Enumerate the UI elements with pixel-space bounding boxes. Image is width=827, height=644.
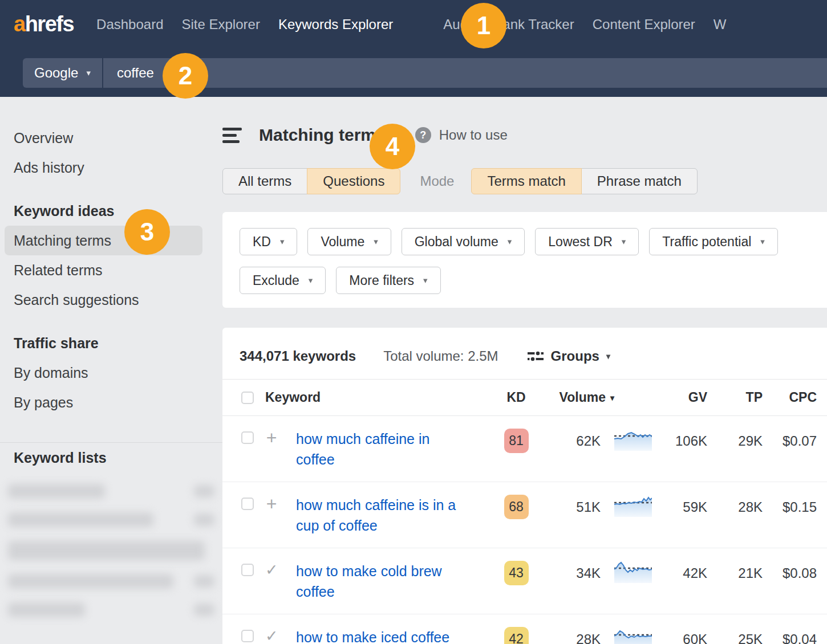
keyword-search-input[interactable]: coffee	[103, 58, 827, 88]
total-volume: Total volume: 2.5M	[383, 348, 498, 364]
volume-value: 28K	[576, 631, 601, 644]
tab-all-terms[interactable]: All terms	[222, 168, 307, 194]
keyword-link[interactable]: how much caffeine in coffee	[296, 429, 467, 470]
kd-badge: 81	[504, 429, 529, 453]
table-header: Keyword KD Volume ▾ GV TP CPC	[222, 379, 827, 416]
added-check-icon[interactable]: ✓	[265, 627, 278, 644]
sidebar-item-related-terms[interactable]: Related terms	[0, 255, 222, 285]
tab-questions[interactable]: Questions	[307, 168, 400, 194]
filter-more-filters[interactable]: More filters▾	[336, 267, 440, 294]
sidebar-nav: OverviewAds historyKeyword ideasMatching…	[0, 123, 222, 417]
blurred-list-item	[8, 602, 214, 617]
nav-item-keywords-explorer[interactable]: Keywords Explorer	[278, 17, 393, 32]
blurred-list-item	[8, 541, 214, 560]
keywords-count: 344,071 keywords	[240, 348, 356, 364]
filter-label: Traffic potential	[662, 234, 751, 250]
sidebar-item-by-pages[interactable]: By pages	[0, 388, 222, 417]
keyword-link[interactable]: how to make cold brew coffee	[296, 561, 467, 602]
add-to-list-plus-icon[interactable]: +	[265, 495, 278, 513]
top-navbar: ahrefs DashboardSite ExplorerKeywords Ex…	[0, 0, 827, 48]
tab-phrase-match[interactable]: Phrase match	[581, 168, 698, 194]
filter-lowest-dr[interactable]: Lowest DR▾	[535, 228, 639, 255]
sidebar-item-ads-history[interactable]: Ads history	[0, 153, 222, 182]
callout-badge-3: 3	[124, 209, 170, 255]
filter-volume[interactable]: Volume▾	[307, 228, 391, 255]
groups-button[interactable]: Groups ▾	[527, 348, 610, 364]
search-engine-select[interactable]: Google ▾	[23, 58, 102, 88]
chevron-down-icon: ▾	[280, 237, 285, 247]
cpc-value: $0.15	[783, 499, 817, 515]
chevron-down-icon: ▾	[622, 237, 626, 247]
column-gv[interactable]: GV	[688, 390, 707, 405]
table-row: +how much caffeine is in a cup of coffee…	[222, 482, 827, 548]
filter-label: KD	[253, 234, 271, 250]
sliders-icon	[527, 349, 544, 364]
filter-traffic-potential[interactable]: Traffic potential▾	[649, 228, 778, 255]
filter-label: Volume	[321, 234, 364, 250]
column-volume[interactable]: Volume ▾	[560, 390, 614, 405]
ahrefs-keywords-explorer-page: ahrefs DashboardSite ExplorerKeywords Ex…	[0, 0, 827, 644]
sidebar-toggle-icon[interactable]	[222, 128, 243, 143]
filter-label: More filters	[349, 273, 414, 288]
column-cpc[interactable]: CPC	[789, 390, 817, 405]
how-to-use-link[interactable]: ? How to use	[415, 127, 508, 143]
filter-global-volume[interactable]: Global volume▾	[402, 228, 525, 255]
sort-desc-icon: ▾	[610, 393, 614, 402]
filter-kd[interactable]: KD▾	[240, 228, 297, 255]
tab-terms-match[interactable]: Terms match	[471, 168, 581, 194]
sidebar-item-overview[interactable]: Overview	[0, 123, 222, 153]
column-keyword[interactable]: Keyword	[265, 390, 484, 405]
volume-trend-sparkline	[614, 561, 652, 586]
chevron-down-icon: ▾	[374, 237, 378, 247]
column-kd[interactable]: KD	[506, 390, 525, 405]
chevron-down-icon: ▾	[760, 237, 765, 247]
logo-rest: hrefs	[25, 12, 74, 36]
table-row: +how much caffeine in coffee8162K106K29K…	[222, 416, 827, 482]
volume-trend-sparkline	[614, 429, 652, 454]
main-header: Matching terms ? How to use	[222, 122, 827, 148]
row-checkbox[interactable]	[241, 431, 254, 444]
added-check-icon[interactable]: ✓	[265, 561, 278, 579]
column-tp[interactable]: TP	[746, 390, 763, 405]
chevron-down-icon: ▾	[423, 275, 428, 286]
sidebar-item-by-domains[interactable]: By domains	[0, 358, 222, 388]
select-all-checkbox[interactable]	[241, 392, 254, 404]
tp-value: 28K	[738, 499, 763, 515]
tp-value: 29K	[738, 433, 763, 449]
add-to-list-plus-icon[interactable]: +	[265, 429, 278, 447]
sidebar: OverviewAds historyKeyword ideasMatching…	[0, 97, 222, 644]
tab-row: All termsQuestions Mode Terms matchPhras…	[222, 168, 827, 194]
tp-value: 21K	[738, 565, 763, 581]
gv-value: 42K	[683, 565, 707, 581]
nav-item-w[interactable]: W	[714, 17, 727, 32]
keyword-link[interactable]: how much caffeine is in a cup of coffee	[296, 495, 467, 536]
search-engine-value: Google	[34, 65, 78, 81]
row-checkbox[interactable]	[241, 498, 254, 510]
nav-item-content-explorer[interactable]: Content Explorer	[593, 17, 695, 32]
nav-item-site-explorer[interactable]: Site Explorer	[181, 17, 260, 32]
chevron-down-icon: ▾	[606, 352, 610, 361]
row-checkbox[interactable]	[241, 630, 254, 642]
cpc-value: $0.04	[783, 631, 817, 644]
main-panel: Matching terms ? How to use All termsQue…	[222, 97, 827, 644]
keyword-search-value: coffee	[117, 65, 154, 81]
filter-exclude[interactable]: Exclude▾	[240, 267, 326, 294]
mode-label: Mode	[420, 173, 454, 189]
row-checkbox[interactable]	[241, 564, 254, 576]
sidebar-item-search-suggestions[interactable]: Search suggestions	[0, 285, 222, 315]
keyword-link[interactable]: how to make iced coffee	[296, 627, 467, 644]
gv-value: 106K	[675, 433, 707, 449]
help-question-icon: ?	[415, 127, 431, 143]
nav-item-dashboard[interactable]: Dashboard	[96, 17, 163, 32]
search-bar: Google ▾ coffee	[0, 48, 827, 97]
content-area: OverviewAds historyKeyword ideasMatching…	[0, 97, 827, 644]
keyword-lists-blurred	[0, 478, 222, 617]
blurred-list-item	[8, 512, 214, 527]
how-to-use-label: How to use	[439, 127, 508, 143]
cpc-value: $0.07	[783, 433, 817, 449]
logo-accent-letter: a	[14, 12, 25, 36]
volume-value: 62K	[576, 433, 601, 449]
tp-value: 25K	[738, 631, 763, 644]
sidebar-item-matching-terms[interactable]: Matching terms	[5, 226, 202, 255]
ahrefs-logo[interactable]: ahrefs	[14, 12, 74, 36]
